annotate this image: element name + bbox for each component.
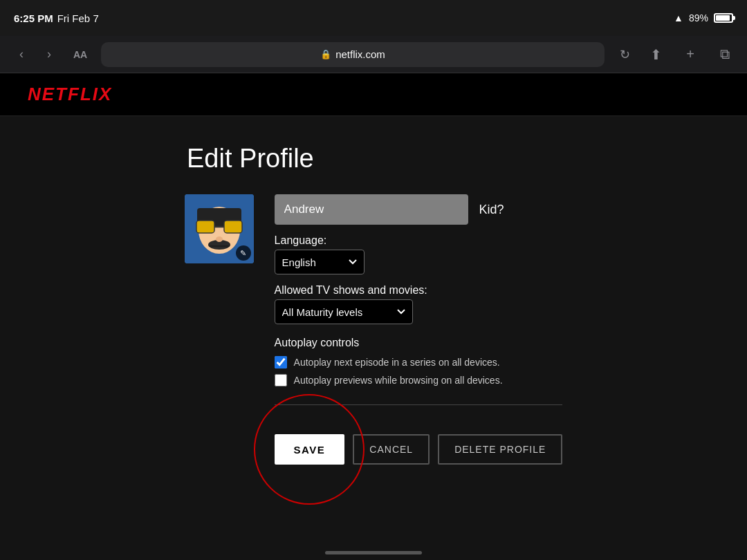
tabs-button[interactable]: ⧉ xyxy=(714,44,736,66)
divider xyxy=(275,404,563,405)
language-select[interactable]: English Spanish French German Portuguese xyxy=(275,250,365,274)
autoplay-next-label: Autoplay next episode in a series on all… xyxy=(294,357,500,368)
language-label: Language: xyxy=(275,234,563,247)
battery-body xyxy=(714,13,733,23)
status-bar: 6:25 PM Fri Feb 7 ▲ 89% xyxy=(0,0,747,36)
autoplay-preview-checkbox[interactable] xyxy=(275,374,287,386)
svg-rect-6 xyxy=(197,221,214,232)
wifi-icon: ▲ xyxy=(674,12,683,24)
main-content: Edit Profile xyxy=(0,116,747,560)
name-row: Kid? xyxy=(275,194,563,225)
edit-avatar-badge[interactable]: ✎ xyxy=(236,245,251,261)
status-right: ▲ 89% xyxy=(674,12,733,24)
language-section: Language: English Spanish French German … xyxy=(275,234,563,274)
avatar-container[interactable]: ✎ xyxy=(185,194,254,263)
kid-label: Kid? xyxy=(479,203,504,217)
delete-profile-button[interactable]: DELETE PROFILE xyxy=(438,434,562,465)
svg-rect-7 xyxy=(225,221,241,232)
home-indicator xyxy=(325,551,422,554)
reader-mode-button[interactable]: AA xyxy=(68,44,93,65)
browser-nav: ‹ › xyxy=(11,44,59,65)
lock-icon: 🔒 xyxy=(320,49,331,59)
netflix-nav: NETFLIX xyxy=(0,73,747,116)
maturity-select[interactable]: All Maturity levels Little Kids Older Ki… xyxy=(275,299,413,324)
autoplay-preview-label: Autoplay previews while browsing on all … xyxy=(294,375,503,386)
save-button[interactable]: SAVE xyxy=(275,434,345,465)
page-title: Edit Profile xyxy=(187,144,314,174)
status-date: Fri Feb 7 xyxy=(57,12,99,24)
new-tab-button[interactable]: + xyxy=(679,44,701,66)
autoplay-preview-row: Autoplay previews while browsing on all … xyxy=(275,374,563,386)
name-input[interactable] xyxy=(275,194,468,225)
autoplay-next-checkbox[interactable] xyxy=(275,356,287,368)
maturity-label: Allowed TV shows and movies: xyxy=(275,284,563,297)
reload-button[interactable]: ↻ xyxy=(613,43,636,66)
profile-form: ✎ Kid? Language: English Spanish French … xyxy=(185,194,563,465)
browser-bar: ‹ › AA 🔒 netflix.com ↻ ⬆ + ⧉ xyxy=(0,36,747,73)
netflix-logo[interactable]: NETFLIX xyxy=(28,84,112,105)
forward-button[interactable]: › xyxy=(39,44,59,65)
share-button[interactable]: ⬆ xyxy=(645,44,667,66)
battery-fill xyxy=(716,15,730,21)
button-row: SAVE CANCEL DELETE PROFILE xyxy=(275,434,563,465)
maturity-section: Allowed TV shows and movies: All Maturit… xyxy=(275,284,563,324)
back-button[interactable]: ‹ xyxy=(11,44,32,65)
url-text: netflix.com xyxy=(335,48,385,60)
autoplay-controls: Autoplay next episode in a series on all… xyxy=(275,356,563,386)
status-left: 6:25 PM Fri Feb 7 xyxy=(14,12,99,24)
form-fields: Kid? Language: English Spanish French Ge… xyxy=(275,194,563,465)
autoplay-label: Autoplay controls xyxy=(275,337,563,349)
browser-actions: ⬆ + ⧉ xyxy=(645,44,736,66)
battery-icon xyxy=(714,13,733,23)
autoplay-next-row: Autoplay next episode in a series on all… xyxy=(275,356,563,368)
autoplay-section: Autoplay controls Autoplay next episode … xyxy=(275,334,563,386)
status-time: 6:25 PM xyxy=(14,12,53,24)
save-button-wrapper: SAVE xyxy=(275,434,345,465)
url-bar[interactable]: 🔒 netflix.com xyxy=(101,42,605,67)
svg-point-9 xyxy=(216,236,223,242)
cancel-button[interactable]: CANCEL xyxy=(353,434,430,465)
battery-percent: 89% xyxy=(689,12,708,24)
